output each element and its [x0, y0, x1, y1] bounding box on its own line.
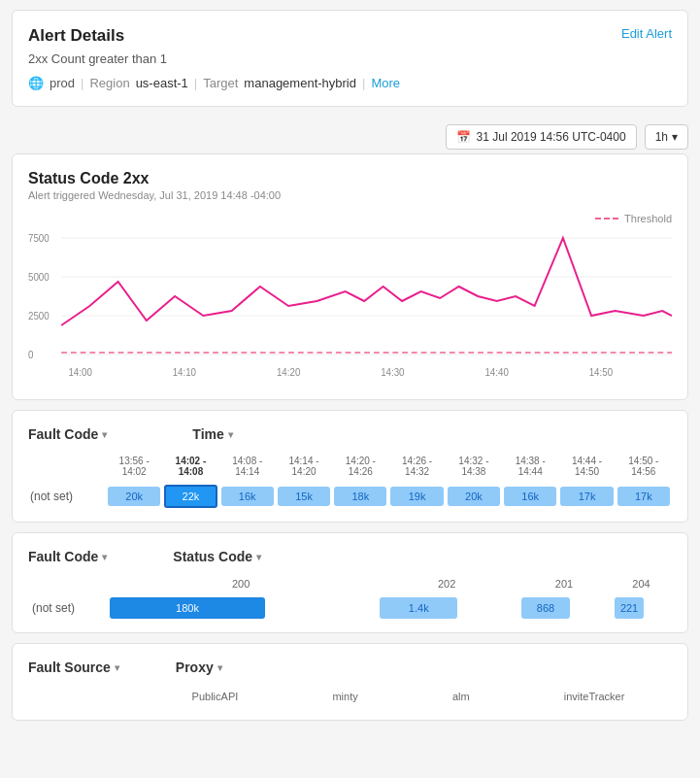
fault-code-status-col1-title[interactable]: Fault Code ▾	[28, 549, 107, 564]
fault-source-proxy-card: Fault Source ▾ Proxy ▾ PublicAPI minty a…	[12, 643, 688, 721]
more-link[interactable]: More	[371, 76, 400, 90]
alert-details-header: Alert Details Edit Alert	[28, 26, 672, 46]
fc-status-col1-arrow: ▾	[102, 552, 107, 562]
fault-source-col1-title[interactable]: Fault Source ▾	[28, 660, 119, 675]
fault-code-col1-arrow: ▾	[102, 429, 107, 440]
bar-cell-6: 20k	[446, 483, 502, 510]
bar-pill-2: 16k	[221, 487, 274, 506]
chart-container: 7500 5000 2500 0 14:00 14:10 14:20 14:30…	[28, 228, 672, 384]
bar-cell-8: 17k	[558, 483, 615, 510]
time-header-5: 14:26 -14:32	[388, 454, 445, 483]
duration-dropdown-arrow: ▾	[672, 130, 678, 144]
status-bar-204: 221	[611, 595, 672, 621]
time-header-7: 14:38 -14:44	[502, 454, 558, 483]
calendar-icon: 📅	[456, 130, 471, 144]
bar-cell-5: 19k	[388, 483, 445, 510]
time-header-1: 14:02 -14:08	[162, 454, 218, 483]
chart-legend: Threshold	[28, 213, 672, 224]
svg-text:14:30: 14:30	[381, 367, 405, 378]
globe-icon: 🌐	[28, 76, 44, 90]
datetime-value: 31 Jul 2019 14:56 UTC-0400	[477, 130, 626, 144]
status-bar-200: 180k	[106, 595, 376, 621]
target-value: management-hybrid	[244, 76, 356, 90]
bar-cell-0: 20k	[106, 483, 162, 510]
time-header-4: 14:20 -14:26	[332, 454, 388, 483]
bar-pill-7: 16k	[504, 487, 556, 506]
row-label: (not set)	[28, 483, 106, 510]
fault-code-status-card: Fault Code ▾ Status Code ▾ 200 202 201 2…	[12, 532, 688, 633]
status-header-200: 200	[106, 576, 376, 595]
chart-card: Status Code 2xx Alert triggered Wednesda…	[12, 153, 688, 400]
svg-text:14:50: 14:50	[589, 367, 614, 378]
svg-text:0: 0	[28, 350, 34, 360]
status-bar-200-pill: 180k	[110, 597, 265, 619]
fault-source-proxy-header: Fault Source ▾ Proxy ▾	[28, 660, 672, 675]
svg-text:14:20: 14:20	[277, 367, 301, 378]
svg-text:14:40: 14:40	[484, 367, 509, 378]
chart-svg: 7500 5000 2500 0 14:00 14:10 14:20 14:30…	[28, 228, 672, 384]
svg-text:2500: 2500	[28, 311, 50, 321]
status-header-204: 204	[611, 576, 672, 595]
time-header-3: 14:14 -14:20	[276, 454, 332, 483]
fault-code-col2-arrow: ▾	[228, 429, 233, 440]
env-value: prod	[50, 76, 75, 90]
duration-button[interactable]: 1h ▾	[645, 124, 688, 150]
chart-subtitle: Alert triggered Wednesday, Jul 31, 2019 …	[28, 189, 672, 201]
fault-proxy-content: PublicAPI minty alm inviteTracker	[28, 687, 672, 708]
chart-title: Status Code 2xx	[28, 170, 672, 187]
table-row: (not set) 20k 22k 16k 15k 18k 19k 20k 16…	[28, 483, 672, 510]
status-header-201: 201	[517, 576, 611, 595]
threshold-legend-label: Threshold	[624, 213, 672, 224]
fault-source-col2-arrow: ▾	[217, 662, 222, 673]
bar-cell-1: 22k	[162, 483, 218, 510]
duration-value: 1h	[655, 130, 668, 144]
time-header-8: 14:44 -14:50	[558, 454, 615, 483]
bar-pill-6: 20k	[448, 487, 500, 506]
separator2: |	[194, 76, 197, 90]
fault-code-status-header: Fault Code ▾ Status Code ▾	[28, 549, 672, 564]
threshold-legend-line	[595, 218, 618, 220]
time-header-9: 14:50 -14:56	[616, 454, 672, 483]
alert-description: 2xx Count greater than 1	[28, 51, 672, 66]
bar-pill-1: 22k	[164, 485, 217, 508]
alert-title: Alert Details	[28, 26, 124, 46]
fault-code-time-card: Fault Code ▾ Time ▾ 13:56 -14:02 14:02 -…	[12, 410, 688, 523]
proxy-header-minty: minty	[332, 691, 357, 702]
separator: |	[81, 76, 83, 90]
datetime-bar: 📅 31 Jul 2019 14:56 UTC-0400 1h ▾	[0, 117, 700, 153]
svg-text:7500: 7500	[28, 233, 50, 244]
bar-cell-2: 16k	[219, 483, 276, 510]
bar-cell-9: 17k	[616, 483, 672, 510]
bar-pill-8: 17k	[560, 487, 613, 506]
fault-code-col2-title[interactable]: Time ▾	[192, 426, 232, 442]
datetime-button[interactable]: 📅 31 Jul 2019 14:56 UTC-0400	[446, 124, 637, 150]
fault-code-col1-title[interactable]: Fault Code ▾	[28, 426, 107, 442]
time-table: 13:56 -14:02 14:02 -14:08 14:08 -14:14 1…	[28, 454, 672, 510]
time-header-0: 13:56 -14:02	[106, 454, 162, 483]
alert-meta: 🌐 prod | Region us-east-1 | Target manag…	[28, 76, 672, 90]
bar-cell-3: 15k	[276, 483, 332, 510]
proxy-col-right: PublicAPI minty alm inviteTracker	[145, 687, 672, 708]
bar-pill-9: 17k	[617, 487, 670, 506]
status-row-label: (not set)	[28, 595, 106, 621]
fc-status-col2-arrow: ▾	[256, 552, 261, 562]
fault-source-col2-title[interactable]: Proxy ▾	[176, 660, 222, 675]
region-value: us-east-1	[136, 76, 188, 90]
edit-alert-link[interactable]: Edit Alert	[621, 26, 672, 41]
region-label: Region	[89, 76, 129, 90]
proxy-header-alm: alm	[452, 691, 470, 702]
bar-pill-3: 15k	[278, 487, 330, 506]
status-code-table: 200 202 201 204 (not set) 180k 1.4k 868 …	[28, 576, 672, 621]
svg-text:14:00: 14:00	[68, 367, 92, 378]
status-bar-204-pill: 221	[615, 597, 644, 619]
svg-text:5000: 5000	[28, 272, 50, 283]
status-table-row: (not set) 180k 1.4k 868 221	[28, 595, 672, 621]
time-header-2: 14:08 -14:14	[219, 454, 276, 483]
bar-cell-7: 16k	[502, 483, 558, 510]
fault-code-time-header: Fault Code ▾ Time ▾	[28, 426, 672, 442]
status-bar-202-pill: 1.4k	[380, 597, 457, 619]
target-label: Target	[203, 76, 238, 90]
fault-code-status-col2-title[interactable]: Status Code ▾	[173, 549, 261, 564]
separator3: |	[362, 76, 365, 90]
proxy-header-publicapi: PublicAPI	[192, 691, 239, 702]
